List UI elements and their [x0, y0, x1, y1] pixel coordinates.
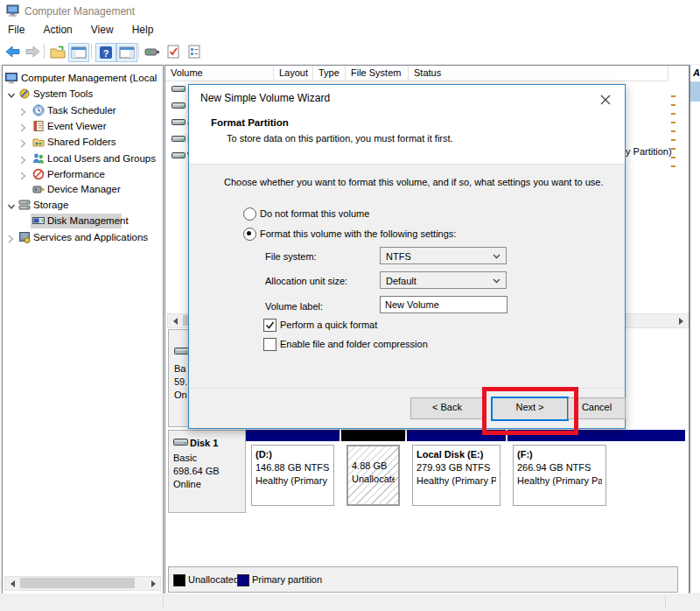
partition-f[interactable]: (F:) 266.94 GB NTFS Healthy (Primary Par… — [508, 430, 685, 511]
legend-swatch-unallocated — [173, 574, 186, 586]
radio-do-not-format[interactable] — [243, 207, 256, 221]
scroll-left-arrow[interactable] — [5, 577, 18, 590]
chevron-collapsed-icon[interactable] — [19, 137, 26, 152]
snap-in-device-icon[interactable] — [143, 43, 162, 60]
legend-swatch-primary — [237, 574, 249, 586]
tree-item-disk-management[interactable]: Disk Management — [3, 214, 163, 228]
tree-item-label: Performance — [47, 167, 105, 182]
menu-help[interactable]: Help — [124, 21, 162, 39]
unallocated-bar — [341, 430, 405, 441]
menu-view[interactable]: View — [83, 21, 122, 39]
tree-item-device-manager[interactable]: Device Manager — [3, 182, 163, 197]
scroll-left-arrow[interactable] — [168, 314, 181, 327]
quick-format-checkbox[interactable] — [263, 319, 276, 332]
allocation-unit-select[interactable]: Default — [380, 271, 507, 289]
console-tree-panel: Computer Management (Local System Tools … — [2, 65, 164, 594]
column-header-type[interactable]: Type — [313, 66, 346, 81]
disk1-status: Online — [173, 479, 201, 489]
column-header-status[interactable]: Status — [409, 66, 668, 81]
status-bar — [0, 593, 700, 611]
column-header-file-system[interactable]: File System — [346, 66, 409, 81]
tree-item-system-tools[interactable]: System Tools — [3, 87, 163, 102]
legend-label-unallocated: Unallocated — [188, 574, 239, 585]
tree-item-shared-folders[interactable]: Shared Folders — [3, 135, 163, 150]
tree-item-label: Local Users and Groups — [47, 151, 156, 166]
tree-item-storage[interactable]: Storage — [3, 198, 163, 213]
tree-item-services-applications[interactable]: Services and Applications — [3, 230, 163, 245]
window-title: Computer Management — [24, 5, 135, 18]
chevron-collapsed-icon[interactable] — [7, 233, 14, 248]
compression-label[interactable]: Enable file and folder compression — [280, 339, 428, 349]
dialog-title: New Simple Volume Wizard — [200, 92, 330, 104]
chevron-expanded-icon[interactable] — [7, 89, 16, 104]
tree-item-local-users-groups[interactable]: Local Users and Groups — [3, 151, 163, 166]
allocation-unit-value: Default — [386, 276, 416, 286]
legend-label-primary: Primary partition — [252, 574, 322, 585]
partition-e[interactable]: Local Disk (E:) 279.93 GB NTFS Healthy (… — [407, 430, 506, 511]
partition-info-box: Local Disk (E:) 279.93 GB NTFS Healthy (… — [412, 445, 500, 506]
volume-row-drive-icon[interactable] — [172, 84, 186, 95]
partition-status: Healthy (Primary Partition) — [416, 475, 496, 486]
actions-pane-header: Ac — [690, 65, 700, 82]
column-header-volume[interactable]: Volume — [165, 66, 274, 81]
tree-item-performance[interactable]: Performance — [3, 167, 163, 182]
console-window-icon[interactable] — [68, 43, 89, 62]
allocation-unit-label: Allocation unit size: — [265, 276, 347, 286]
column-header-layout[interactable]: Layout — [274, 66, 313, 81]
new-simple-volume-wizard-dialog: New Simple Volume Wizard Format Partitio… — [188, 84, 626, 429]
radio-format-volume-label[interactable]: Format this volume with the following se… — [260, 228, 456, 239]
partition-size: 266.94 GB NTFS — [517, 462, 602, 473]
partition-d[interactable]: (D:) 146.88 GB NTFS Healthy (Primary Par… — [246, 430, 340, 511]
partition-size: 4.88 GB — [352, 460, 395, 471]
tree-horizontal-scrollbar[interactable] — [4, 576, 161, 591]
tree-item-label: Event Viewer — [47, 119, 107, 134]
tree-item-event-viewer[interactable]: Event Viewer — [3, 119, 163, 134]
volume-row-drive-icon[interactable] — [172, 134, 186, 145]
truncated-column-marks — [671, 95, 676, 169]
volume-row-drive-icon[interactable] — [172, 117, 186, 129]
compression-checkbox[interactable] — [263, 338, 276, 351]
tree-item-label: Storage — [33, 198, 68, 213]
menu-action[interactable]: Action — [35, 21, 80, 39]
volume-row-drive-icon[interactable] — [172, 151, 186, 162]
legend-bar: Unallocated Primary partition — [168, 566, 678, 593]
disk-icon — [174, 346, 189, 358]
actions-pane-selected-row[interactable] — [690, 82, 700, 102]
close-icon[interactable] — [597, 92, 614, 108]
radio-format-volume[interactable] — [243, 228, 256, 241]
validate-check-page-icon[interactable] — [164, 43, 183, 60]
tree-item-label: Shared Folders — [47, 135, 116, 150]
unallocated-info-box: 4.88 GB Unallocated — [346, 445, 400, 506]
checklist-page-icon[interactable] — [185, 43, 204, 60]
services-applications-icon — [18, 231, 31, 248]
scroll-right-arrow[interactable] — [675, 314, 688, 327]
volume-row-drive-icon[interactable] — [172, 101, 186, 112]
toolbar-separator — [91, 44, 92, 59]
export-list-icon[interactable] — [48, 43, 67, 60]
file-system-select[interactable]: NTFS — [380, 247, 507, 264]
forward-arrow-icon[interactable] — [23, 43, 42, 60]
disk1-label-cell[interactable]: Disk 1 Basic 698.64 GB Online — [168, 430, 246, 513]
tree-item-task-scheduler[interactable]: Task Scheduler — [3, 103, 163, 118]
disk0-type-fragment: Ba — [174, 363, 186, 374]
back-arrow-icon[interactable] — [3, 43, 22, 60]
action-pane-window-icon[interactable] — [116, 43, 137, 62]
disk0-size-fragment: 59. — [174, 376, 187, 387]
wizard-step-subheading: To store data on this partition, you mus… — [227, 133, 453, 144]
partition-unallocated[interactable]: 4.88 GB Unallocated — [341, 430, 405, 511]
quick-format-label[interactable]: Perform a quick format — [280, 320, 377, 330]
menu-file[interactable]: File — [0, 21, 32, 39]
scrollbar-thumb[interactable] — [20, 578, 135, 588]
tree-item-computer-management[interactable]: Computer Management (Local — [3, 71, 163, 86]
actions-pane: Ac — [690, 65, 700, 593]
help-icon[interactable]: ? — [95, 43, 116, 62]
volume-label-input[interactable] — [380, 296, 508, 313]
status-bar-seam — [665, 595, 666, 609]
tree-item-label: Disk Management — [47, 214, 129, 228]
radio-do-not-format-label[interactable]: Do not format this volume — [260, 208, 369, 219]
header-divider — [165, 81, 668, 81]
back-button[interactable]: < Back — [410, 397, 484, 419]
scroll-right-arrow[interactable] — [147, 577, 160, 590]
status-bar-seam — [163, 595, 164, 609]
partition-size: 146.88 GB NTFS — [256, 462, 330, 473]
